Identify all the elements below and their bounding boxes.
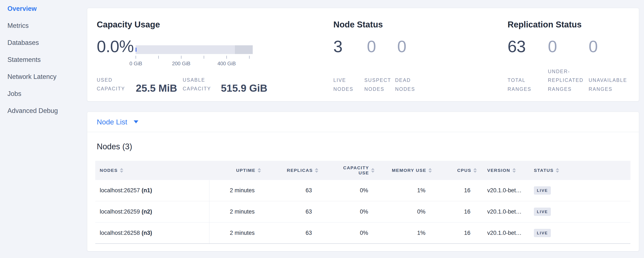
axis-tick: [181, 56, 182, 59]
unavailable-label: UNAVAILABLE RANGES: [588, 76, 628, 94]
cluster-summary-card: Capacity Usage 0.0% 0 GiB 200 GiB 400 Gi…: [87, 8, 639, 101]
axis-tick: [136, 56, 136, 59]
sidebar-item-advanced-debug[interactable]: Advanced Debug: [0, 102, 87, 119]
nodes-count-title: Nodes (3): [97, 142, 132, 151]
node-list-dropdown[interactable]: Node List: [97, 118, 138, 126]
memory-use-cell: 0%: [376, 208, 433, 215]
capacity-stats-row: USED CAPACITY 25.5 MiB USABLE CAPACITY 5…: [97, 76, 330, 96]
capacity-use-cell: 0%: [320, 208, 376, 215]
table-row[interactable]: localhost:26258 (n3) 2 minutes 63 0% 1% …: [95, 222, 630, 244]
status-cell: LIVE: [523, 186, 630, 195]
usable-capacity-stat: USABLE CAPACITY 515.9 GiB: [183, 76, 267, 93]
sidebar-item-metrics[interactable]: Metrics: [0, 17, 87, 34]
dead-nodes-count: 0: [397, 37, 433, 56]
status-badge: LIVE: [534, 229, 551, 237]
column-header-status[interactable]: STATUS: [523, 168, 630, 173]
sidebar-item-network-latency[interactable]: Network Latency: [0, 68, 87, 85]
replication-labels: TOTAL RANGES UNDER-REPLICATED RANGES UNA…: [508, 67, 631, 94]
live-nodes-label: LIVE NODES: [333, 76, 357, 94]
sidebar-item-overview[interactable]: Overview: [0, 0, 87, 17]
column-header-nodes[interactable]: NODES: [95, 168, 210, 173]
column-header-capacity-use[interactable]: CAPACITY USE: [320, 165, 376, 176]
suspect-nodes-label: SUSPECT NODES: [364, 76, 392, 94]
sidebar-item-jobs[interactable]: Jobs: [0, 85, 87, 102]
sidebar-item-databases[interactable]: Databases: [0, 34, 87, 51]
under-replicated-label: UNDER-REPLICATED RANGES: [548, 67, 586, 94]
node-status-title: Node Status: [333, 20, 383, 29]
version-cell: v20.1.0-bet…: [478, 230, 523, 236]
column-label: STATUS: [534, 168, 554, 173]
capacity-used-percent: 0.0%: [97, 37, 136, 56]
cpus-cell: 16: [433, 230, 478, 236]
node-address-cell[interactable]: localhost:26258 (n3): [95, 222, 210, 243]
sort-icon: [428, 168, 432, 173]
replicas-cell: 63: [262, 187, 320, 194]
capacity-use-cell: 0%: [320, 230, 376, 236]
column-header-memory-use[interactable]: MEMORY USE: [376, 168, 433, 173]
status-cell: LIVE: [523, 229, 630, 237]
sort-icon: [120, 168, 123, 173]
total-ranges-label: TOTAL RANGES: [508, 76, 542, 94]
suspect-nodes-count: 0: [367, 37, 397, 56]
capacity-gauge-nonusable-segment: [235, 45, 253, 54]
axis-tick-label: 0 GiB: [130, 61, 142, 67]
column-header-uptime[interactable]: UPTIME: [210, 168, 262, 173]
sort-icon: [371, 168, 374, 173]
sort-icon: [512, 168, 516, 173]
sort-icon: [474, 168, 477, 173]
node-address: localhost:26258: [100, 230, 140, 236]
table-row[interactable]: localhost:26259 (n2) 2 minutes 63 0% 0% …: [95, 201, 630, 222]
memory-use-cell: 1%: [376, 187, 433, 194]
replication-status-title: Replication Status: [508, 20, 582, 29]
node-status-panel: Node Status 3 0 0 LIVE NODES SUSPECT NOD…: [333, 8, 482, 101]
status-badge: LIVE: [534, 208, 551, 216]
node-list-header: Node List: [87, 112, 639, 132]
node-status-numbers: 3 0 0: [333, 37, 433, 56]
column-label: UPTIME: [236, 168, 256, 173]
cpus-cell: 16: [433, 208, 478, 215]
sidebar-item-statements[interactable]: Statements: [0, 51, 87, 68]
memory-use-cell: 1%: [376, 230, 433, 236]
under-replicated-count: 0: [548, 37, 588, 56]
capacity-gauge: 0 GiB 200 GiB 400 GiB: [136, 45, 253, 54]
capacity-use-cell: 0%: [320, 187, 376, 194]
node-id: (n2): [142, 208, 152, 215]
usable-capacity-label: USABLE CAPACITY: [183, 76, 212, 93]
uptime-cell: 2 minutes: [210, 187, 262, 194]
replicas-cell: 63: [262, 230, 320, 236]
version-cell: v20.1.0-bet…: [478, 187, 523, 194]
used-capacity-stat: USED CAPACITY 25.5 MiB: [97, 76, 177, 93]
live-nodes-count: 3: [333, 37, 367, 56]
uptime-cell: 2 minutes: [210, 230, 262, 236]
used-capacity-value: 25.5 MiB: [136, 83, 177, 93]
node-address-cell[interactable]: localhost:26257 (n1): [95, 180, 210, 201]
axis-tick: [158, 56, 159, 59]
nodes-table-header: NODES UPTIME REPLICAS CAPACITY USE MEMOR…: [95, 161, 630, 180]
capacity-usage-title: Capacity Usage: [97, 20, 160, 29]
column-label: VERSION: [487, 168, 510, 173]
column-label: CAPACITY USE: [339, 165, 369, 176]
sort-icon: [556, 168, 559, 173]
column-label: NODES: [100, 168, 118, 173]
replication-status-panel: Replication Status 63 0 0 TOTAL RANGES U…: [508, 8, 639, 101]
status-badge: LIVE: [534, 186, 551, 195]
table-row[interactable]: localhost:26257 (n1) 2 minutes 63 0% 1% …: [95, 180, 630, 201]
node-id: (n1): [142, 187, 152, 194]
sort-icon: [258, 168, 261, 173]
usable-capacity-value: 515.9 GiB: [221, 83, 267, 93]
axis-tick: [226, 56, 227, 59]
total-ranges-count: 63: [508, 37, 548, 56]
status-cell: LIVE: [523, 208, 630, 216]
column-header-version[interactable]: VERSION: [478, 168, 523, 173]
nodes-table: NODES UPTIME REPLICAS CAPACITY USE MEMOR…: [95, 161, 630, 244]
node-address: localhost:26257: [100, 187, 140, 194]
column-header-cpus[interactable]: CPUS: [433, 168, 478, 173]
axis-tick: [204, 56, 204, 59]
chevron-down-icon: [134, 120, 138, 123]
column-label: MEMORY USE: [392, 168, 426, 173]
capacity-gauge-used-marker: [136, 48, 136, 52]
node-address: localhost:26259: [100, 208, 140, 215]
node-address-cell[interactable]: localhost:26259 (n2): [95, 201, 210, 222]
uptime-cell: 2 minutes: [210, 208, 262, 215]
column-header-replicas[interactable]: REPLICAS: [262, 168, 320, 173]
